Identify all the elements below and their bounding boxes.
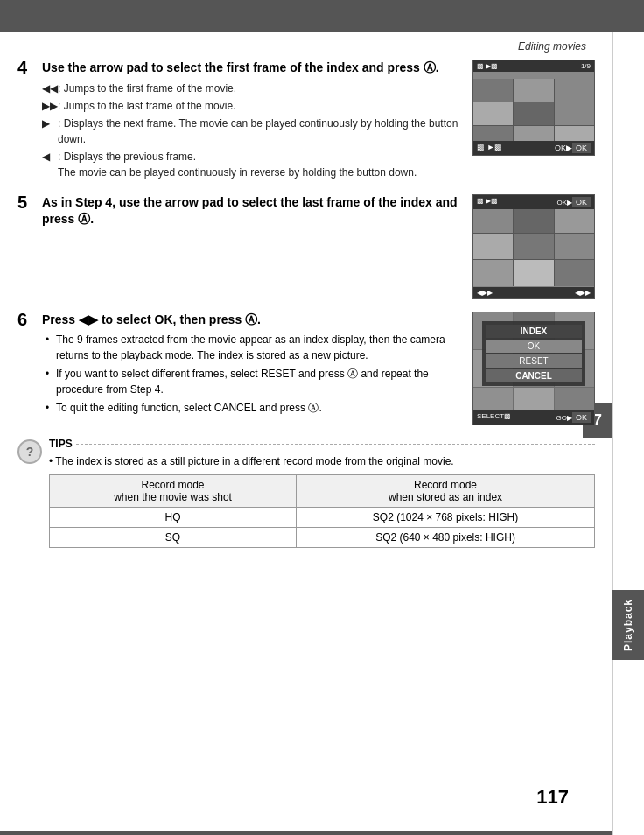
menu-ok: OK [486,340,582,353]
step-5-number: 5 [18,193,42,213]
page-number: 117 [536,786,569,809]
step-6-toolbar-left: SELECT▩ [477,412,511,423]
thumb-3 [555,79,594,102]
thumb-6 [555,102,594,125]
bullet-2: • If you want to select different frames… [46,366,464,397]
step-4-detail-3: : Displays the next frame. The movie can… [58,116,464,147]
step-6-toolbar: SELECT▩ GO▶OK [473,410,594,425]
step-5-title: As in Step 4, use the arrow pad to selec… [42,194,464,228]
step-5-img-top-bar: ▩ ▶▩ OK▶OK [473,195,594,209]
step-4-img-icons: ▩ ▶▩ [477,62,498,70]
step-5-bottom-left: ◀▶▶ [477,289,493,297]
bullet-1-text: The 9 frames extracted from the movie ap… [56,332,464,363]
section-header: Editing movies [18,40,595,53]
step-4-detail-1: : Jumps to the first frame of the movie. [58,81,236,96]
menu-cancel: CANCEL [486,369,582,382]
step-5-img-bottom-bar: ◀▶▶ ◀▶▶ [473,287,594,298]
sidebar-playback-tab: Playback [612,590,644,660]
step-6-title: Press ◀▶ to select OK, then press Ⓐ. [42,312,464,329]
step-6-menu: INDEX OK RESET CANCEL [482,321,585,386]
thumb-1 [473,79,513,102]
table-row-hq: HQ SQ2 (1024 × 768 pixels: HIGH) [50,507,595,527]
step-4-row: 4 Use the arrow pad to select the first … [18,60,595,182]
step-6-toolbar-right: GO▶OK [556,412,591,423]
step-6-bullets: • The 9 frames extracted from the movie … [46,332,464,416]
step-6-number: 6 [18,310,42,330]
table-header-2: Record modewhen stored as an index [297,474,595,507]
main-content: Editing movies 4 Use the arrow pad to se… [0,32,612,835]
bottom-border [0,831,612,835]
s5-thumb-3 [555,207,594,233]
step-5-bottom-right: ◀▶▶ [575,289,591,297]
step-4-content: Use the arrow pad to select the first fr… [42,60,472,182]
sidebar-label: Playback [622,599,634,651]
tips-title-line: TIPS [49,438,595,450]
bullet-1: • The 9 frames extracted from the movie … [46,332,464,363]
table-cell-sq-mode: SQ [50,527,297,547]
tips-content: TIPS • The index is stored as a still pi… [49,438,595,548]
step-4-ok-label: OK▶OK [555,143,591,153]
s5-thumb-5 [514,234,553,259]
s5-thumb-8 [514,260,553,285]
table-header-1: Record modewhen the movie was shot [50,474,297,507]
s5-thumb-1 [473,207,513,233]
thumb-4 [473,102,513,125]
tips-dashes [76,444,595,445]
bullet-2-text: If you want to select different frames, … [56,366,464,397]
step-4-number: 4 [18,58,42,78]
s5-thumb-7 [473,260,513,285]
tips-label: TIPS [49,438,73,450]
menu-index: INDEX [486,325,582,338]
step-4-details: ◀◀ : Jumps to the first frame of the mov… [42,81,464,180]
sidebar: Playback [612,32,644,835]
s5-thumb-9 [555,260,594,285]
step-4-title: Use the arrow pad to select the first fr… [42,60,464,77]
tips-icon: ? [18,439,42,464]
table-row-sq: SQ SQ2 (640 × 480 pixels: HIGH) [50,527,595,547]
step-4-img-top-bar: ▩ ▶▩ 1/9 [473,60,594,72]
step-4-thumb-grid [473,79,594,149]
step-5-row: 5 As in Step 4, use the arrow pad to sel… [18,194,595,299]
tips-bullet: • [49,455,52,467]
menu-reset: RESET [486,354,582,368]
step-4-img-counter: 1/9 [581,62,591,70]
table-cell-hq-index: SQ2 (1024 × 768 pixels: HIGH) [297,507,595,527]
step-4-detail-4: : Displays the previous frame.The movie … [58,149,416,180]
step-4-toolbar-icons: ▩ ►▩ [477,143,502,153]
top-bar [0,0,644,32]
record-table: Record modewhen the movie was shot Recor… [49,474,595,548]
step-4-detail-2: : Jumps to the last frame of the movie. [58,98,235,114]
icon-prev-frame: ◀ [42,149,58,165]
step-5-image: ▩ ▶▩ OK▶OK ◀▶▶ ◀▶▶ [472,194,595,299]
thumb-5 [514,102,553,125]
step-5-content: As in Step 4, use the arrow pad to selec… [42,194,472,232]
step-6-row: 6 Press ◀▶ to select OK, then press Ⓐ. •… [18,312,595,425]
table-cell-hq-mode: HQ [50,507,297,527]
step-5-thumb-grid [473,207,594,286]
s5-thumb-6 [555,234,594,259]
s5-thumb-2 [514,207,553,233]
icon-first-frame: ◀◀ [42,81,58,96]
thumb-2 [514,79,553,102]
step-5-img-icons: ▩ ▶▩ [477,197,498,207]
step-5-ok-label: OK▶OK [556,197,591,207]
tips-body: The index is stored as a still picture i… [55,455,453,467]
step-6-image: INDEX OK RESET CANCEL SELECT▩ GO▶OK [472,312,595,425]
bullet-3-text: To quit the editing function, select CAN… [56,400,322,416]
bullet-3: • To quit the editing function, select C… [46,400,464,416]
icon-last-frame: ▶▶ [42,98,58,114]
s5-thumb-4 [473,234,513,259]
step-6-content: Press ◀▶ to select OK, then press Ⓐ. • T… [42,312,472,419]
step-4-img-toolbar: ▩ ►▩ OK▶OK [473,141,594,155]
step-4-image: ▩ ▶▩ 1/9 ▩ ►▩ OK▶OK [472,60,595,156]
tips-section: ? TIPS • The index is stored as a still … [18,438,595,548]
icon-next-frame: ▶ [42,116,58,131]
tips-text: • The index is stored as a still picture… [49,453,595,469]
table-cell-sq-index: SQ2 (640 × 480 pixels: HIGH) [297,527,595,547]
